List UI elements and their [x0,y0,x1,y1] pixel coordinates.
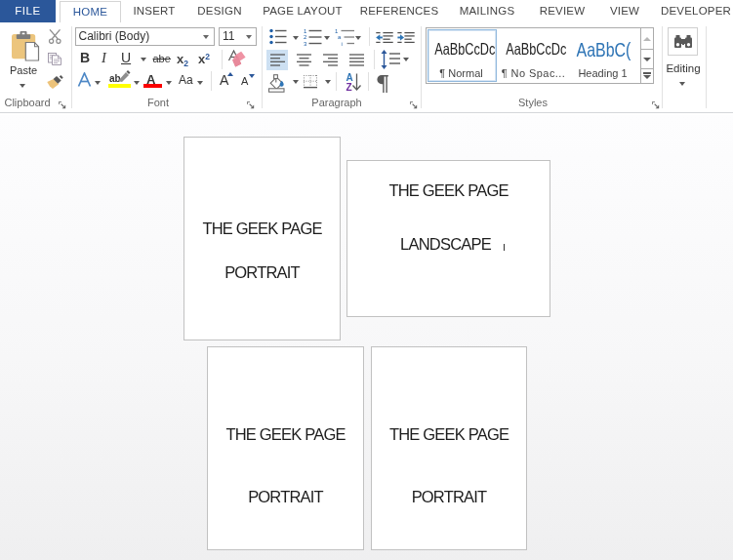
svg-text:3: 3 [304,41,307,47]
svg-text:1: 1 [335,28,339,34]
svg-text:2: 2 [304,34,307,40]
svg-text:a: a [338,34,342,40]
svg-text:1: 1 [304,28,307,34]
svg-text:i: i [342,41,343,47]
